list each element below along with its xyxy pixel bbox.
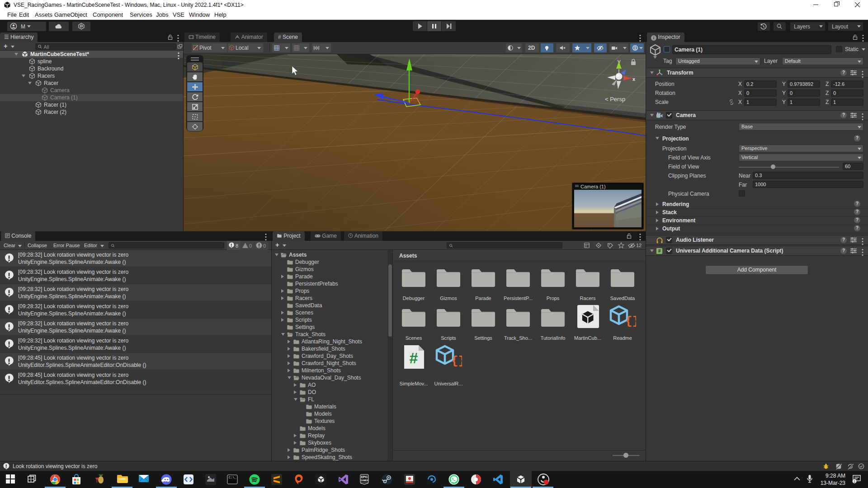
svg-text:1: 1: [854, 480, 855, 483]
svg-text:#: #: [410, 349, 418, 366]
svg-text:EPIC: EPIC: [361, 475, 368, 479]
svg-text:{}: {}: [451, 354, 462, 368]
svg-text:C:\_: C:\_: [229, 476, 237, 479]
svg-text:GAMES: GAMES: [361, 479, 368, 482]
svg-text:{}: {}: [625, 314, 636, 328]
